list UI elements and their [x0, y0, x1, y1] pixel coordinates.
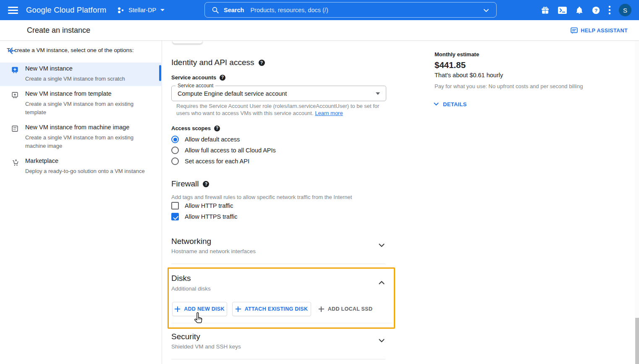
avatar[interactable]: S [619, 4, 631, 16]
disks-inner-divider [171, 323, 393, 323]
networking-section-heading: Networking [171, 237, 211, 246]
firewall-desc: Add tags and firewall rules to allow spe… [171, 194, 352, 200]
monthly-estimate-label: Monthly estimate [435, 51, 479, 58]
select-caret-icon [376, 92, 380, 95]
new-vm-icon [11, 66, 18, 73]
monthly-estimate-amount: $441.85 [435, 60, 466, 70]
access-scopes-label: Access scopes [171, 125, 220, 131]
menu-icon[interactable] [8, 5, 18, 15]
radio-allow-default-access[interactable]: Allow default access [171, 136, 240, 143]
create-instance-page: Google Cloud Platform Stellar-DP Search … [0, 0, 639, 364]
notifications-bell-icon[interactable] [575, 6, 584, 15]
radio-icon [171, 136, 179, 143]
service-accounts-label: Service accounts [171, 74, 225, 81]
help-icon[interactable] [203, 181, 209, 187]
sidebar-item-desc: Deploy a ready-to-go solution onto a VM … [25, 167, 164, 175]
details-chevron-down-icon [433, 101, 440, 107]
help-icon[interactable] [220, 75, 225, 81]
sidebar-item-marketplace[interactable]: Marketplace Deploy a ready-to-go solutio… [0, 155, 162, 180]
service-account-helper-text: Requires the Service Account User role (… [176, 103, 383, 117]
checkbox-checked-icon [171, 213, 179, 220]
add-new-disk-button[interactable]: ADD NEW DISK [172, 302, 227, 316]
sidebar-item-desc: Create a single VM instance from scratch [25, 75, 135, 83]
create-options-sidebar: To create a VM instance, select one of t… [0, 41, 162, 364]
section-divider [171, 264, 385, 264]
learn-more-link[interactable]: Learn more [315, 110, 343, 116]
sidebar-item-title: Marketplace [25, 157, 58, 164]
project-icon [117, 6, 125, 14]
project-switcher[interactable]: Stellar-DP [117, 0, 165, 20]
scrolled-button-partial[interactable] [172, 41, 203, 44]
page-header: Create an instance HELP ASSISTANT [0, 20, 639, 41]
help-assistant-label: HELP ASSISTANT [581, 28, 628, 34]
help-icon[interactable] [259, 60, 265, 66]
disks-collapse-chevron-up-icon[interactable] [377, 278, 387, 288]
sidebar-intro: To create a VM instance, select one of t… [7, 47, 155, 53]
sidebar-item-new-vm-from-template[interactable]: New VM instance from template Create a s… [0, 88, 162, 121]
cloud-shell-icon[interactable] [558, 6, 567, 14]
disks-section-heading: Disks [171, 274, 191, 283]
service-account-value: Compute Engine default service account [178, 86, 287, 101]
search-label: Search [224, 7, 244, 13]
search-icon [212, 6, 219, 14]
service-account-select[interactable]: Service account Compute Engine default s… [171, 86, 386, 101]
hourly-estimate: That's about $0.61 hourly [435, 72, 503, 79]
back-arrow-icon[interactable] [7, 46, 17, 56]
scrollbar-track[interactable] [635, 41, 639, 364]
disks-highlight-outline [168, 267, 395, 329]
plus-icon [236, 306, 241, 312]
product-name[interactable]: Google Cloud Platform [26, 0, 106, 20]
plus-icon [319, 306, 324, 312]
help-icon[interactable] [214, 126, 220, 131]
svg-text:?: ? [594, 7, 597, 13]
section-divider [171, 359, 385, 359]
checkbox-allow-http[interactable]: Allow HTTP traffic [171, 202, 233, 209]
attach-existing-disk-button[interactable]: ATTACH EXISTING DISK [232, 302, 311, 316]
security-desc: Shielded VM and SSH keys [171, 343, 241, 350]
search-input[interactable]: Search Products, resources, docs (/) [204, 2, 497, 18]
sidebar-item-title: New VM instance from template [25, 90, 112, 97]
vm-template-icon [11, 92, 18, 99]
radio-allow-full-access[interactable]: Allow full access to all Cloud APIs [171, 147, 276, 154]
sidebar-item-desc: Create a single VM instance from an exis… [25, 100, 135, 117]
search-placeholder: Products, resources, docs (/) [250, 7, 328, 13]
security-section-heading: Security [171, 332, 200, 341]
search-expand-chevron-icon[interactable] [482, 6, 490, 15]
more-vert-icon[interactable] [608, 5, 611, 15]
details-toggle[interactable]: DETAILS [433, 101, 467, 107]
project-dropdown-caret-icon [160, 8, 165, 12]
top-navigation-bar: Google Cloud Platform Stellar-DP Search … [0, 0, 639, 20]
help-assistant-button[interactable]: HELP ASSISTANT [571, 20, 628, 41]
gift-icon[interactable] [541, 6, 550, 15]
sidebar-item-title: New VM instance [25, 65, 73, 72]
help-icon[interactable]: ? [592, 6, 600, 15]
page-title: Create an instance [27, 20, 90, 41]
radio-icon [171, 157, 179, 165]
networking-expand-chevron-down-icon[interactable] [377, 240, 387, 250]
plus-icon [175, 306, 180, 312]
radio-icon [171, 147, 179, 154]
radio-set-access-each-api[interactable]: Set access for each API [171, 157, 249, 165]
sidebar-item-new-vm-from-machine-image[interactable]: New VM instance from machine image Creat… [0, 121, 162, 155]
add-local-ssd-button[interactable]: ADD LOCAL SSD [316, 302, 375, 316]
checkbox-allow-https[interactable]: Allow HTTPS traffic [171, 213, 237, 220]
topbar-actions: ? S [541, 0, 631, 20]
sidebar-item-desc: Create a single VM instance from an exis… [25, 134, 135, 150]
details-label: DETAILS [443, 101, 467, 107]
identity-section-heading: Identity and API access [171, 58, 265, 67]
scrollbar-thumb[interactable] [635, 318, 639, 364]
billing-note: Pay for what you use: No upfront costs a… [435, 83, 583, 89]
security-expand-chevron-down-icon[interactable] [377, 335, 387, 346]
checkbox-icon [171, 202, 179, 209]
selected-indicator [159, 65, 161, 81]
marketplace-cart-icon [11, 159, 19, 167]
project-name: Stellar-DP [128, 7, 156, 13]
sidebar-item-new-vm-instance[interactable]: New VM instance Create a single VM insta… [0, 63, 162, 86]
machine-image-icon [11, 125, 18, 132]
chat-icon [571, 27, 578, 34]
disks-desc: Additional disks [171, 285, 211, 292]
networking-desc: Hostname and network interfaces [171, 248, 256, 254]
firewall-section-heading: Firewall [171, 179, 209, 189]
sidebar-item-title: New VM instance from machine image [25, 124, 129, 131]
